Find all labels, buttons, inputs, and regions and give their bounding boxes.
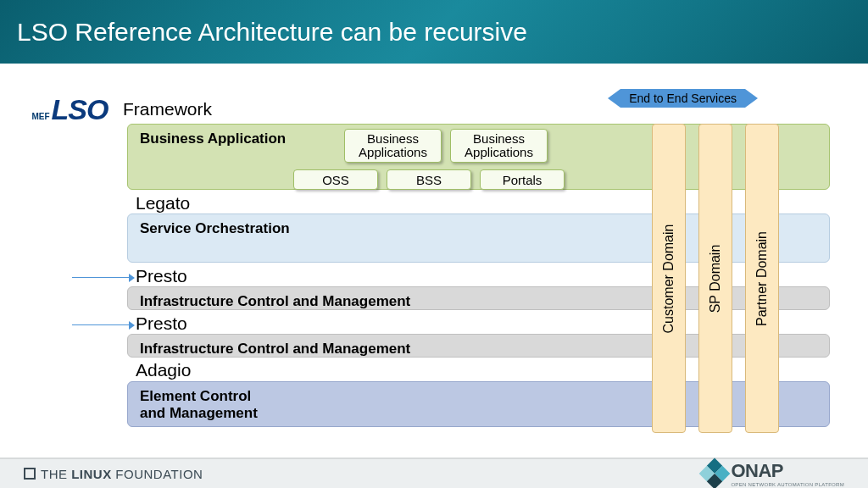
subbox-oss: OSS: [293, 169, 378, 190]
connector-arrow-presto-2: [72, 324, 130, 325]
layer-icm-1-title: Infrastructure Control and Management: [140, 293, 410, 309]
e2e-arrow-label: End to End Services: [629, 92, 737, 105]
domain-sp: SP Domain: [698, 124, 732, 433]
logo-lso-text: LSO: [52, 93, 108, 126]
slide-header: LSO Reference Architecture can be recurs…: [0, 0, 868, 64]
end-to-end-services-arrow: End to End Services: [620, 89, 745, 108]
subbox-portals: Portals: [480, 169, 565, 190]
slide-footer: THE LINUX FOUNDATION ONAP OPEN NETWORK A…: [0, 458, 868, 488]
onap-mark-icon: [699, 458, 731, 488]
layer-icm-2-title: Infrastructure Control and Management: [140, 341, 410, 357]
framework-label: Framework: [123, 99, 212, 119]
subbox-bss: BSS: [387, 169, 471, 190]
linux-foundation-logo: THE LINUX FOUNDATION: [24, 467, 203, 481]
lf-text-linux: LINUX: [71, 467, 112, 481]
layer-business-application-title: Business Application: [140, 130, 286, 147]
layer-service-orchestration-title: Service Orchestration: [140, 220, 290, 236]
domain-customer: Customer Domain: [652, 124, 686, 433]
onap-logo: ONAP OPEN NETWORK AUTOMATION PLATFORM: [704, 460, 844, 487]
subbox-business-applications-1: BusinessApplications: [344, 129, 442, 163]
interface-presto-1: Presto: [136, 266, 187, 286]
mef-lso-logo: MEF LSO: [21, 93, 119, 126]
interface-presto-2: Presto: [136, 313, 187, 334]
connector-arrow-presto-1: [72, 277, 130, 278]
subbox-business-applications-2: BusinessApplications: [450, 129, 548, 163]
onap-text: ONAP: [731, 460, 844, 482]
lf-text-the: THE: [41, 467, 68, 481]
domain-partner: Partner Domain: [745, 124, 779, 433]
layer-element-control-title: Element Controland Management: [140, 388, 258, 421]
slide-title: LSO Reference Architecture can be recurs…: [17, 18, 527, 47]
interface-legato: Legato: [136, 193, 190, 214]
interface-adagio: Adagio: [136, 360, 191, 380]
lf-square-icon: [24, 468, 36, 480]
lf-text-foundation: FOUNDATION: [115, 467, 203, 481]
onap-subtext: OPEN NETWORK AUTOMATION PLATFORM: [731, 482, 844, 487]
logo-mef-text: MEF: [31, 112, 49, 121]
